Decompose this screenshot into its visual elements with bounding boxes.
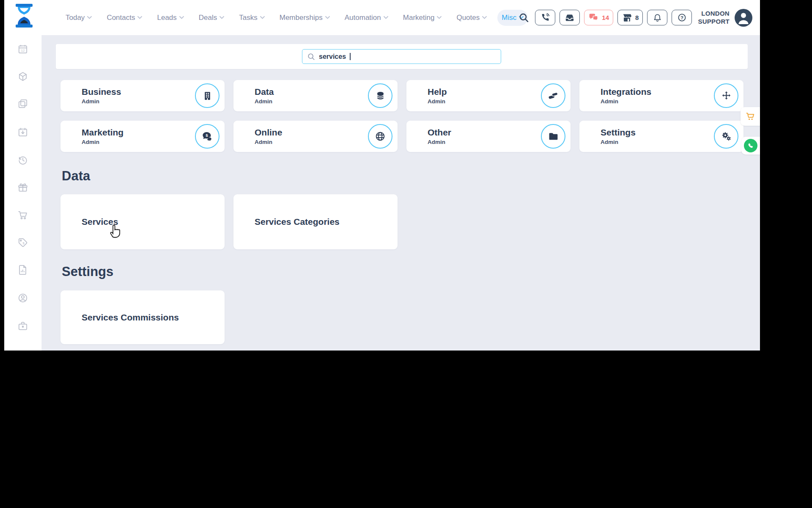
folder-icon <box>541 124 565 149</box>
nav-item-memberships[interactable]: Memberships <box>275 10 334 26</box>
cart-flyout-button[interactable] <box>741 107 760 126</box>
hourglass-logo-icon <box>14 3 34 28</box>
item-label: Services <box>82 217 118 227</box>
item-card-services-commissions[interactable]: Services Commissions <box>60 290 225 344</box>
user-icon <box>735 9 752 27</box>
chevron-down-icon <box>260 16 265 19</box>
database-icon <box>368 83 392 108</box>
phone-volume-icon <box>540 13 550 22</box>
nav-item-contacts[interactable]: Contacts <box>102 10 146 26</box>
nav-item-quotes[interactable]: Quotes <box>452 10 491 26</box>
globe-icon <box>368 124 392 149</box>
nav-label: Today <box>66 14 85 22</box>
inbox-tray-icon <box>565 13 575 23</box>
building-icon <box>195 83 219 108</box>
report-document-icon[interactable] <box>17 264 28 275</box>
gift-icon[interactable] <box>17 182 28 193</box>
user-circle-icon[interactable] <box>17 293 28 304</box>
calendar-date-icon[interactable]: 12 <box>17 44 28 55</box>
arrows-move-icon <box>714 83 738 108</box>
user-name-line2: SUPPORT <box>698 18 730 26</box>
chat-bubbles-icon <box>588 13 599 22</box>
calendar-import-icon[interactable] <box>17 127 28 138</box>
item-card-services-categories[interactable]: Services Categories <box>233 194 398 249</box>
app-window: Today Contacts Leads Deals Tasks Members… <box>4 0 760 351</box>
phone-button[interactable] <box>535 10 555 25</box>
item-card-services[interactable]: Services <box>60 194 225 249</box>
nav-label: Automation <box>345 14 381 22</box>
svg-text:$: $ <box>206 133 208 138</box>
category-card-online[interactable]: Online Admin <box>233 121 398 152</box>
cube-icon[interactable] <box>17 71 28 82</box>
shopping-cart-icon[interactable] <box>17 210 28 221</box>
nav-item-tasks[interactable]: Tasks <box>235 10 269 26</box>
avatar[interactable] <box>735 9 752 27</box>
category-card-settings[interactable]: Settings Admin <box>579 121 743 152</box>
search-input[interactable]: services <box>302 49 501 64</box>
chevron-down-icon <box>437 16 442 19</box>
storefront-icon <box>622 13 632 23</box>
search-icon <box>307 53 315 61</box>
chevron-down-icon <box>137 16 142 19</box>
gears-icon <box>714 124 738 149</box>
nav-label: Marketing <box>403 14 435 22</box>
inbox-button[interactable] <box>560 10 580 25</box>
nav-label: Deals <box>199 14 217 22</box>
nav-label: Leads <box>157 14 176 22</box>
svg-text:12: 12 <box>21 49 25 52</box>
screen: Today Contacts Leads Deals Tasks Members… <box>0 0 812 508</box>
chevron-down-icon <box>219 16 224 19</box>
nav-label: Tasks <box>239 14 257 22</box>
category-card-integrations[interactable]: Integrations Admin <box>579 80 743 111</box>
briefcase-icon[interactable] <box>17 320 28 331</box>
nav-label: Memberships <box>280 14 323 22</box>
clone-icon[interactable] <box>17 98 28 109</box>
text-caret <box>350 53 351 60</box>
category-grid: Business Admin Data Admin Help Admin Int… <box>60 80 743 152</box>
whatsapp-flyout-button[interactable] <box>741 137 760 155</box>
nav-label: Misc <box>502 14 516 22</box>
comment-dollar-icon: $ <box>195 124 219 149</box>
help-button[interactable]: ? <box>672 10 692 25</box>
chevron-down-icon <box>482 16 487 19</box>
category-card-help[interactable]: Help Admin <box>406 80 571 111</box>
nav-item-today[interactable]: Today <box>61 10 96 26</box>
svg-text:$: $ <box>22 241 25 245</box>
category-card-business[interactable]: Business Admin <box>60 80 225 111</box>
item-label: Services Categories <box>255 217 340 227</box>
nav-item-marketing[interactable]: Marketing <box>399 10 446 26</box>
top-header: Today Contacts Leads Deals Tasks Members… <box>4 0 760 35</box>
nav-label: Contacts <box>107 14 135 22</box>
chat-button[interactable]: 14 <box>584 10 613 25</box>
nav-item-automation[interactable]: Automation <box>340 10 392 26</box>
settings-section-items: Services Commissions <box>60 290 225 344</box>
handshake-icon <box>541 83 565 108</box>
chat-count-badge: 14 <box>602 14 609 21</box>
search-value: services <box>319 53 346 61</box>
app-logo[interactable] <box>14 3 34 30</box>
nav-item-leads[interactable]: Leads <box>153 10 188 26</box>
chevron-down-icon <box>179 16 184 19</box>
category-card-marketing[interactable]: Marketing Admin $ <box>60 121 225 152</box>
category-card-data[interactable]: Data Admin <box>233 80 398 111</box>
category-card-other[interactable]: Other Admin <box>406 121 571 152</box>
chevron-down-icon <box>87 16 92 19</box>
svg-text:?: ? <box>680 15 683 20</box>
cart-icon <box>745 111 756 122</box>
section-heading-settings: Settings <box>62 264 113 279</box>
left-sidebar: 12 $ <box>4 35 42 351</box>
nav-label: Quotes <box>456 14 480 22</box>
price-tag-icon[interactable]: $ <box>17 237 28 248</box>
notifications-button[interactable] <box>647 10 667 25</box>
user-name-line1: LONDON <box>698 10 730 18</box>
bell-icon <box>653 13 662 22</box>
store-count-badge: 8 <box>635 14 639 21</box>
nav-item-deals[interactable]: Deals <box>195 10 228 26</box>
search-icon[interactable] <box>519 13 529 23</box>
whatsapp-icon <box>744 139 757 152</box>
data-section-items: Services Services Categories <box>60 194 398 249</box>
main-navigation: Today Contacts Leads Deals Tasks Members… <box>61 0 558 35</box>
history-icon[interactable] <box>17 155 28 166</box>
store-button[interactable]: 8 <box>617 10 643 25</box>
item-label: Services Commissions <box>82 312 179 323</box>
